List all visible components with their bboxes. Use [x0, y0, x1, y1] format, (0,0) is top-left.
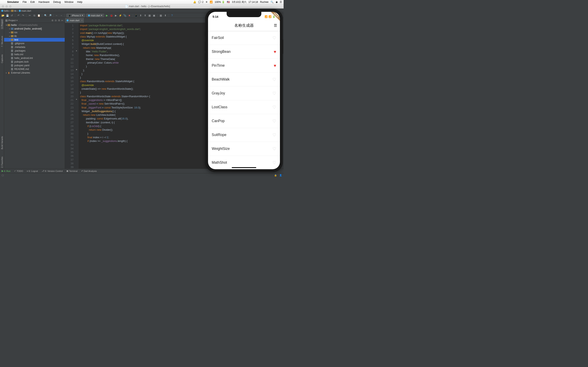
sdk-button[interactable]: ⬇: [139, 14, 142, 17]
tree-node[interactable]: README.md: [4, 67, 65, 71]
tool-project-tab[interactable]: 1: Project: [1, 19, 3, 29]
tool-run[interactable]: ▶ 4: Run: [2, 170, 10, 172]
status-date[interactable]: 3月10日 周六: [232, 0, 246, 4]
inspector-button[interactable]: ▦: [159, 14, 163, 17]
word-list[interactable]: FairSoil♡StrongBean♥PinTime♥BeachWalk♡Gr…: [208, 31, 280, 169]
hot-reload-button[interactable]: ⚡: [119, 14, 122, 17]
outline-button[interactable]: ⬇: [164, 14, 167, 17]
tree-node[interactable]: .metadata: [4, 45, 65, 49]
home-indicator[interactable]: [232, 167, 256, 168]
close-tab-icon[interactable]: ×: [81, 19, 82, 22]
list-item[interactable]: SuitRope♡: [208, 128, 280, 142]
replace-button[interactable]: 🔎: [48, 14, 52, 17]
paste-button[interactable]: 📋: [37, 14, 40, 17]
open-button[interactable]: 📂: [1, 14, 4, 17]
tree-node[interactable]: hello.iml: [4, 53, 65, 56]
tool-favorites-tab[interactable]: 2: Favorites: [1, 156, 3, 169]
status-telegram-icon[interactable]: ✈: [206, 1, 208, 3]
find-button[interactable]: 🔍: [44, 14, 47, 17]
menu-window[interactable]: Window: [62, 1, 75, 3]
status-siri-icon[interactable]: ◉: [276, 1, 278, 3]
favorite-heart-icon[interactable]: ♡: [272, 105, 276, 110]
crumb-lib[interactable]: lib ›: [11, 9, 18, 12]
list-item[interactable]: FairSoil♡: [208, 31, 280, 45]
tree-node[interactable]: hello_android.iml: [4, 56, 65, 60]
status-wifi-icon[interactable]: 📶: [210, 1, 213, 3]
status-wechat[interactable]: 💬 2: [198, 1, 203, 3]
list-item[interactable]: GrayJoy♡: [208, 86, 280, 100]
favorite-heart-icon[interactable]: ♡: [272, 133, 276, 137]
list-action-icon[interactable]: ☰: [274, 23, 277, 28]
tool-vcs[interactable]: ⎇ 9: Version Control: [42, 170, 63, 172]
copy-button[interactable]: ⧉: [33, 14, 36, 17]
list-item[interactable]: LostClass♡: [208, 100, 280, 114]
sync-button[interactable]: ↺: [10, 14, 13, 17]
status-bell-icon[interactable]: 🔔: [193, 1, 196, 3]
menu-debug[interactable]: Debug: [52, 1, 63, 3]
status-control-icon[interactable]: ☰: [280, 1, 282, 3]
help-button[interactable]: ?: [171, 14, 174, 17]
menu-help[interactable]: Help: [75, 1, 84, 3]
panel-collapse-icon[interactable]: ⊖: [55, 19, 57, 22]
redo-button[interactable]: ↷: [21, 14, 25, 17]
cut-button[interactable]: ✂: [28, 14, 31, 17]
tree-node[interactable]: ▸android[hello_android]: [4, 27, 65, 31]
sync-gradle-button[interactable]: ⬆: [144, 14, 147, 17]
status-user[interactable]: Ruchee: [260, 1, 268, 3]
undo-button[interactable]: ↶: [17, 14, 20, 17]
status-time[interactable]: 17:14:18: [249, 1, 258, 3]
save-button[interactable]: 💾: [6, 14, 9, 17]
tree-node[interactable]: .packages: [4, 49, 65, 53]
panel-hide-icon[interactable]: ⇤: [61, 19, 63, 22]
list-item[interactable]: WeightSize♡: [208, 142, 280, 156]
list-item[interactable]: PinTime♥: [208, 59, 280, 73]
tree-node[interactable]: pubspec.yaml: [4, 64, 65, 67]
tree-node[interactable]: ▸ios: [4, 31, 65, 34]
tree-root[interactable]: ▾hello~/Downloads/hello: [4, 23, 65, 27]
crumb-project[interactable]: hello ›: [1, 9, 10, 12]
device-selector[interactable]: 📱 iPhone X ▾: [66, 14, 85, 17]
traffic-lights[interactable]: [2, 5, 11, 8]
list-item[interactable]: StrongBean♥: [208, 45, 280, 59]
favorite-heart-icon[interactable]: ♥: [274, 49, 276, 54]
tool-logcat[interactable]: ≡ 6: Logcat: [27, 170, 38, 172]
menu-edit[interactable]: Edit: [29, 1, 37, 3]
tree-node[interactable]: pubspec.lock: [4, 60, 65, 64]
tree-node[interactable]: ▸lib: [4, 34, 65, 38]
simulator-screen[interactable]: DEBUG 5:14 📶 📶 🔋 名称生成器 ☰ FairSoil♡Strong…: [208, 12, 280, 169]
menu-file[interactable]: File: [21, 1, 29, 3]
run-config-selector[interactable]: main.dart ▾: [86, 14, 104, 17]
project-tree[interactable]: ▾hello~/Downloads/hello▸android[hello_an…: [4, 23, 65, 169]
tool-captures-tab[interactable]: Captures: [1, 54, 3, 64]
status-man-icon[interactable]: 👤: [279, 174, 282, 176]
menu-simulator[interactable]: Simulator: [5, 1, 21, 3]
editor-tab-main[interactable]: main.dart ×: [65, 18, 84, 23]
tool-structure-tab[interactable]: 7: Structure: [1, 35, 3, 48]
tree-external-libs[interactable]: ▸▮External Libraries: [4, 71, 65, 75]
project-panel-title[interactable]: Project: [8, 19, 16, 22]
status-search-icon[interactable]: 🔍: [270, 1, 274, 3]
crumb-file[interactable]: main.dart: [19, 9, 31, 12]
status-flag-icon[interactable]: 🇺🇸: [227, 1, 230, 3]
status-battery[interactable]: 100% 🔋: [215, 1, 225, 3]
favorite-heart-icon[interactable]: ♡: [272, 146, 276, 151]
list-item[interactable]: BeachWalk♡: [208, 73, 280, 86]
tool-terminal[interactable]: ▣ Terminal: [66, 170, 78, 172]
favorite-heart-icon[interactable]: ♥: [274, 63, 276, 68]
avd-button[interactable]: 📱: [135, 14, 138, 17]
panel-expand-icon[interactable]: ⊕: [52, 19, 53, 22]
tool-dart-analysis[interactable]: ✔ Dart Analysis: [81, 170, 97, 172]
run-button[interactable]: ▶: [105, 14, 109, 17]
layout-button[interactable]: ▣: [153, 14, 156, 17]
favorite-heart-icon[interactable]: ♡: [272, 91, 276, 96]
structure-button[interactable]: ▦: [148, 14, 151, 17]
profile-button[interactable]: ▶: [114, 14, 118, 17]
tool-build-variants-tab[interactable]: Build Variants: [1, 135, 3, 150]
forward-button[interactable]: →: [60, 14, 63, 17]
tree-node[interactable]: .gitignore: [4, 42, 65, 45]
menu-hardware[interactable]: Hardware: [36, 1, 51, 3]
tree-node[interactable]: ▸test: [4, 38, 65, 42]
favorite-heart-icon[interactable]: ♡: [272, 119, 276, 124]
status-lock-icon[interactable]: 🔒: [274, 174, 277, 176]
favorite-heart-icon[interactable]: ♡: [272, 77, 276, 82]
